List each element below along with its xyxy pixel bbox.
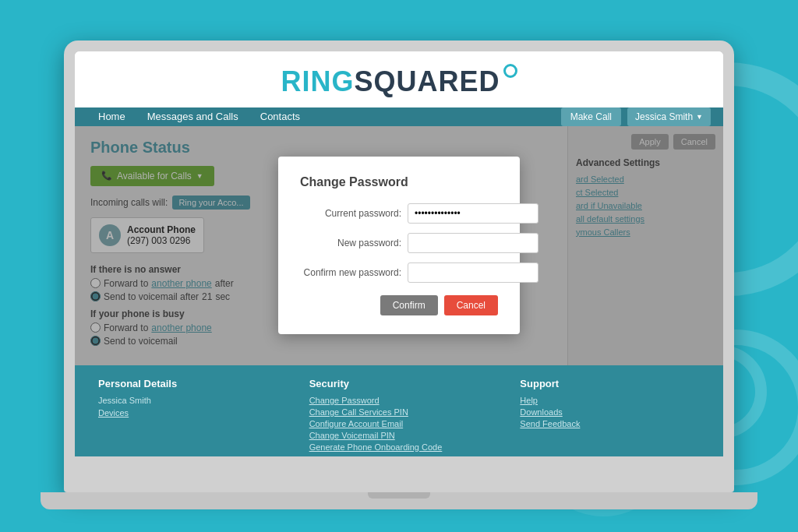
main-area: Phone Status Available for Calls Incomin… — [75, 126, 723, 365]
app-container: RINGSQUARED Home Messages and Calls Cont… — [75, 51, 723, 456]
footer-change-pin-link[interactable]: Change Call Services PIN — [309, 407, 489, 417]
confirm-password-label: Confirm new password: — [300, 267, 401, 278]
footer-support-title: Support — [520, 378, 700, 389]
modal-buttons: Confirm Cancel — [300, 295, 498, 315]
nav-bar: Home Messages and Calls Contacts Make Ca… — [75, 107, 723, 126]
logo-bar: RINGSQUARED — [75, 51, 723, 107]
logo-squared: SQUARED — [354, 65, 500, 97]
logo-ring: RING — [281, 65, 354, 97]
footer-security: Security Change Password Change Call Ser… — [309, 378, 489, 454]
new-password-input[interactable] — [408, 233, 538, 253]
footer: Personal Details Jessica Smith Devices S… — [75, 365, 723, 456]
current-password-label: Current password: — [300, 208, 401, 219]
confirm-button[interactable]: Confirm — [380, 295, 438, 315]
laptop-screen: RINGSQUARED Home Messages and Calls Cont… — [75, 51, 723, 456]
nav-home[interactable]: Home — [87, 107, 136, 126]
confirm-password-input[interactable] — [408, 262, 538, 283]
footer-change-password-link[interactable]: Change Password — [309, 396, 489, 405]
footer-personal-title: Personal Details — [98, 378, 278, 389]
laptop-shell: RINGSQUARED Home Messages and Calls Cont… — [64, 41, 734, 492]
footer-downloads-link[interactable]: Downloads — [520, 407, 700, 417]
footer-onboarding-link[interactable]: Generate Phone Onboarding Code — [309, 442, 489, 452]
new-password-label: New password: — [300, 238, 401, 248]
footer-feedback-link[interactable]: Send Feedback — [520, 419, 700, 428]
confirm-password-field: Confirm new password: — [300, 262, 498, 283]
make-call-button[interactable]: Make Call — [561, 107, 621, 126]
footer-devices-link[interactable]: Devices — [98, 408, 278, 417]
logo-icon — [503, 64, 517, 78]
footer-user-name: Jessica Smith — [98, 396, 278, 405]
footer-change-voicemail-link[interactable]: Change Voicemail PIN — [309, 431, 489, 440]
cancel-modal-button[interactable]: Cancel — [444, 295, 498, 315]
laptop-base — [41, 492, 757, 509]
change-password-modal: Change Password Current password: New pa… — [278, 157, 520, 334]
user-menu-button[interactable]: Jessica Smith — [627, 107, 711, 126]
footer-security-title: Security — [309, 378, 489, 389]
footer-personal-details: Personal Details Jessica Smith Devices — [98, 378, 278, 454]
current-password-field: Current password: — [300, 203, 498, 224]
modal-overlay: Change Password Current password: New pa… — [75, 126, 723, 365]
modal-title: Change Password — [300, 175, 498, 189]
footer-support: Support Help Downloads Send Feedback — [520, 378, 700, 454]
nav-messages[interactable]: Messages and Calls — [136, 107, 249, 126]
footer-help-link[interactable]: Help — [520, 396, 700, 405]
nav-contacts[interactable]: Contacts — [249, 107, 311, 126]
footer-configure-email-link[interactable]: Configure Account Email — [309, 419, 489, 428]
new-password-field: New password: — [300, 233, 498, 253]
current-password-input[interactable] — [408, 203, 538, 224]
